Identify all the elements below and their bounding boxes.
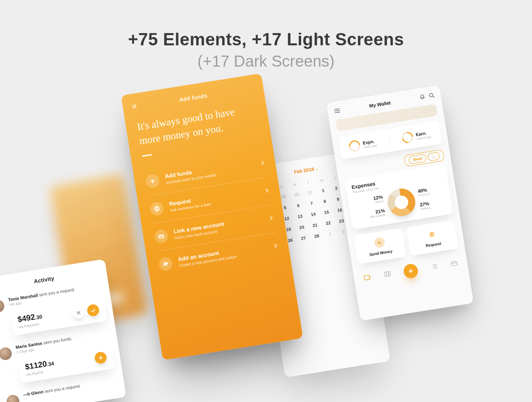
plus-icon [374,237,385,249]
hamburger-icon [334,108,341,114]
calendar-day[interactable]: 20 [296,224,308,231]
tab-list[interactable] [430,262,439,272]
donut-chart [386,186,417,218]
chevron-right-icon [269,215,273,223]
plus-icon [407,268,414,274]
decline-button[interactable] [72,306,85,319]
calendar-day[interactable]: 15 [320,209,333,216]
accent-underline [142,154,152,157]
send-money-button[interactable]: Send Money [354,228,406,264]
chevron-right-icon [273,243,278,250]
notification-button[interactable] [419,94,426,102]
chevron-right-icon [265,188,269,195]
calendar-day[interactable]: 21 [309,222,322,229]
heading-line-2: (+17 Dark Screens) [0,52,532,70]
dollar-icon [149,201,165,216]
chevron-down-icon: ⌄ [315,167,319,171]
add-funds-screen: Add funds It's always good to have more … [121,73,303,360]
legend-item: 27%Clothing [419,200,433,210]
expense-ring-icon [347,138,362,154]
calendar-day[interactable]: 22 [322,220,335,227]
svg-rect-5 [364,275,370,280]
card-icon [154,229,169,244]
calendar-day[interactable]: 28 [311,233,323,240]
cards-icon [383,270,391,278]
avatar [0,346,13,361]
heading-line-1: +75 Elements, +17 Light Screens [0,30,532,49]
chevron-down-icon: ⌄ [427,152,440,161]
card-icon [450,259,458,268]
calendar-day[interactable]: 8 [318,198,331,205]
chevron-right-icon [260,160,265,168]
calendar-day[interactable]: 14 [307,211,320,218]
screen-title: My Wallet [369,100,391,109]
legend-item: 12%Others [367,194,383,205]
tab-bank[interactable] [450,259,458,269]
screen-tagline: It's always good to have more money on y… [136,102,259,149]
dollar-icon [426,228,438,240]
activity-screen: Activity Tonie Marshall sent you a reque… [0,259,126,402]
calendar-day[interactable]: 6 [292,202,305,209]
user-plus-icon [158,256,173,272]
search-button[interactable] [428,92,435,100]
tab-cards[interactable] [383,270,391,280]
svg-rect-8 [388,272,390,276]
legend-item: 21%Bills & Debts [369,208,385,218]
search-icon [428,92,435,99]
wallet-screen: My Wallet Expn. -33% Cmpr. Earn. +63% Cm [326,85,474,321]
request-button[interactable]: Request [406,220,459,256]
bell-icon [419,94,426,100]
fab-add[interactable] [403,263,419,279]
add-button[interactable] [94,351,107,365]
calendar-day[interactable]: 7 [305,200,318,207]
earn-ring-icon [400,130,415,145]
calendar-day[interactable]: 27 [297,235,310,242]
list-icon [430,262,439,271]
legend-item: 40%Food & D. [417,187,431,197]
menu-button[interactable] [333,107,341,115]
calendar-day[interactable]: 1 [317,187,329,194]
plus-icon [145,173,160,189]
avatar [6,394,20,402]
accept-button[interactable] [86,303,100,317]
period-chip[interactable]: Week⌄ [404,149,445,167]
calendar-day[interactable]: 13 [294,213,307,220]
wallet-icon [363,273,371,281]
svg-point-2 [164,262,166,264]
svg-point-3 [429,93,433,97]
avatar [0,299,5,314]
promo-heading: +75 Elements, +17 Light Screens (+17 Dar… [0,30,532,70]
tab-wallet[interactable] [363,273,371,283]
